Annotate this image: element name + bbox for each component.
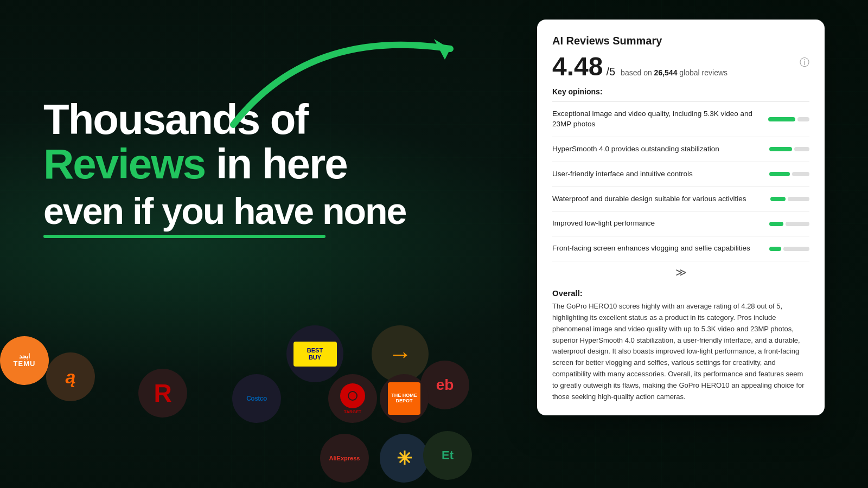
etsy-icon: Et (442, 448, 454, 463)
based-on-text: based on (621, 68, 652, 77)
target-bullseye-icon (340, 383, 365, 408)
rating-meta: based on 26,544 global reviews (621, 68, 727, 77)
temu-label: TEMU (14, 360, 36, 368)
opinion-row: Improved low-light performance (552, 211, 809, 236)
sentiment-bar-positive (769, 172, 790, 176)
expand-more-icon[interactable]: ≫ (552, 261, 809, 283)
rakuten-icon: R (154, 378, 171, 408)
sentiment-bar-positive (769, 147, 792, 151)
key-opinions-label: Key opinions: (552, 87, 809, 96)
info-icon[interactable]: ⓘ (800, 56, 809, 69)
opinion-row: User-friendly interface and intuitive co… (552, 162, 809, 187)
homedepot-label: THE HOMEDEPOT (391, 393, 417, 404)
ebay-icon: eb (436, 376, 454, 394)
overall-label: Overall: (552, 283, 809, 298)
bestbuy-label: BESTBUY (307, 347, 323, 360)
sentiment-bar-neutral (788, 197, 809, 201)
curved-arrow-icon (201, 16, 472, 136)
costco-logo: Costco (232, 374, 281, 423)
opinion-bar-4 (761, 222, 809, 226)
sentiment-bar-positive (769, 247, 781, 251)
opinion-bar-1 (761, 147, 809, 151)
amazon-logo: → (372, 325, 429, 382)
sentiment-bar-positive (770, 197, 786, 201)
review-count: 26,544 (654, 68, 678, 77)
sentiment-bar-neutral (786, 222, 809, 226)
amazon-icon: → (388, 341, 412, 368)
opinion-text-4: Improved low-light performance (552, 219, 754, 229)
target-label: TARGET (344, 409, 361, 414)
bestbuy-inner: BESTBUY (293, 342, 337, 367)
opinion-text-5: Front-facing screen enhances vlogging an… (552, 243, 754, 254)
temu-logo: ابجد TEMU (0, 336, 49, 385)
sentiment-bar-neutral (794, 147, 809, 151)
logos-area: ą R BESTBUY Costco → TARGET eb THE HOMED… (0, 336, 456, 488)
etsy-logo: Et (423, 431, 472, 480)
rakuten-logo: R (138, 369, 187, 418)
opinion-row: Front-facing screen enhances vlogging an… (552, 236, 809, 261)
walmart-logo: ✳ (380, 434, 429, 483)
alibaba-icon: ą (66, 367, 76, 388)
bestbuy-logo: BESTBUY (286, 325, 343, 382)
opinion-bar-5 (761, 247, 809, 251)
opinion-text-2: User-friendly interface and intuitive co… (552, 169, 754, 179)
green-reviews-word: Reviews (43, 140, 205, 188)
rating-row: 4.48 /5 based on 26,544 global reviews ⓘ (552, 54, 809, 80)
opinion-bar-3 (761, 197, 809, 201)
sentiment-bar-positive (769, 222, 783, 226)
temu-inner: ابجد TEMU (0, 336, 49, 385)
subline: even if you have none (43, 192, 412, 230)
walmart-icon: ✳ (397, 447, 412, 469)
ai-reviews-panel: AI Reviews Summary 4.48 /5 based on 26,5… (537, 20, 825, 415)
sentiment-bar-positive (768, 117, 795, 121)
homedepot-logo: THE HOMEDEPOT (380, 374, 429, 423)
panel-title: AI Reviews Summary (552, 35, 809, 47)
opinion-text-0: Exceptional image and video quality, inc… (552, 109, 754, 130)
global-reviews-text: global reviews (679, 68, 727, 77)
rating-out-of: /5 (606, 66, 615, 78)
underline-decoration (43, 235, 326, 238)
sentiment-bar-neutral (792, 172, 809, 176)
opinion-bar-0 (761, 117, 809, 121)
opinion-row: Waterproof and durable design suitable f… (552, 187, 809, 211)
aliexpress-icon: AliExpress (329, 455, 360, 461)
sentiment-bar-neutral (797, 117, 809, 121)
opinion-row: Exceptional image and video quality, inc… (552, 101, 809, 137)
homedepot-box: THE HOMEDEPOT (388, 382, 420, 415)
overall-text: The GoPro HERO10 scores highly with an a… (552, 301, 809, 402)
alibaba-logo: ą (46, 352, 95, 401)
opinion-bar-2 (761, 172, 809, 176)
costco-icon: Costco (246, 395, 267, 402)
opinions-list: Exceptional image and video quality, inc… (552, 101, 809, 261)
opinion-text-1: HyperSmooth 4.0 provides outstanding sta… (552, 144, 754, 155)
target-logo: TARGET (328, 374, 377, 423)
rating-score: 4.48 (552, 54, 603, 80)
aliexpress-logo: AliExpress (320, 434, 369, 483)
opinion-text-3: Waterproof and durable design suitable f… (552, 194, 754, 204)
headline-part2: in here (216, 140, 347, 188)
arrow-container (201, 16, 472, 136)
sentiment-bar-neutral (783, 247, 809, 251)
opinion-row: HyperSmooth 4.0 provides outstanding sta… (552, 137, 809, 162)
